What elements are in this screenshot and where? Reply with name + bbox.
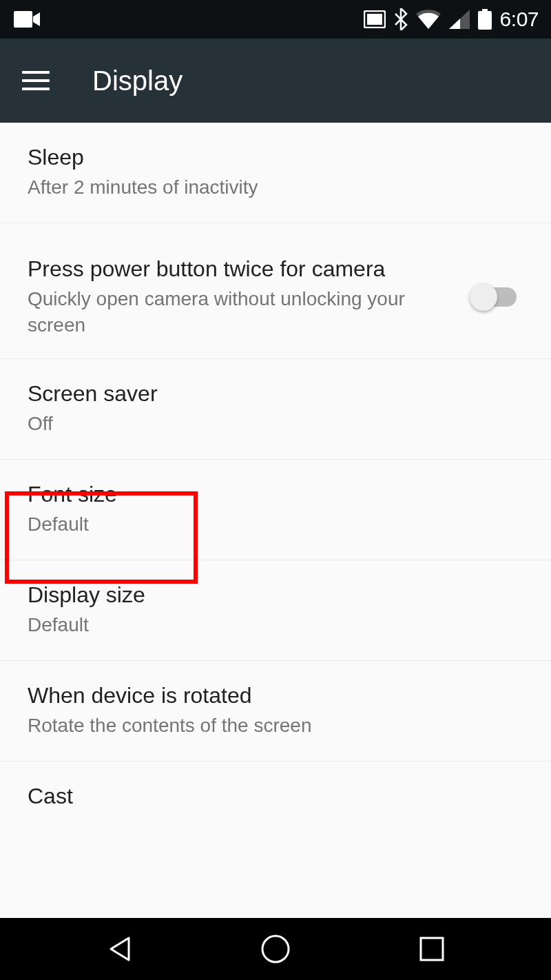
back-button[interactable]: [102, 932, 136, 966]
status-left: [14, 11, 40, 28]
toggle-switch[interactable]: [472, 287, 517, 307]
setting-screen-saver[interactable]: Screen saver Off: [0, 359, 551, 460]
setting-sleep[interactable]: Sleep After 2 minutes of inactivity: [0, 123, 551, 223]
settings-list: Sleep After 2 minutes of inactivity Pres…: [0, 123, 551, 841]
setting-title: Font size: [28, 482, 523, 507]
home-button[interactable]: [258, 932, 293, 966]
menu-icon[interactable]: [22, 71, 50, 90]
setting-rotation[interactable]: When device is rotated Rotate the conten…: [0, 661, 551, 762]
setting-title: Cast: [28, 784, 523, 809]
setting-title: When device is rotated: [28, 683, 523, 708]
recents-button[interactable]: [415, 932, 449, 966]
navigation-bar: [0, 918, 551, 980]
wifi-icon: [416, 10, 441, 29]
video-camera-icon: [14, 11, 40, 28]
setting-subtitle: Default: [28, 612, 523, 638]
setting-cast[interactable]: Cast: [0, 762, 551, 841]
svg-rect-0: [14, 11, 32, 28]
setting-title: Screen saver: [28, 381, 523, 407]
bluetooth-icon: [394, 8, 408, 30]
setting-subtitle: Off: [28, 411, 523, 437]
status-time: 6:07: [500, 8, 539, 31]
app-bar: Display: [0, 39, 551, 123]
cellular-signal-icon: [449, 10, 470, 29]
setting-title: Display size: [28, 582, 523, 608]
setting-font-size[interactable]: Font size Default: [0, 460, 551, 560]
svg-point-5: [262, 936, 289, 962]
svg-rect-6: [421, 938, 443, 960]
svg-rect-2: [367, 14, 382, 25]
svg-rect-4: [478, 11, 492, 30]
page-title: Display: [92, 65, 183, 96]
setting-title: Press power button twice for camera: [28, 256, 472, 282]
status-right: 6:07: [364, 8, 539, 31]
toggle-thumb: [470, 283, 497, 311]
battery-icon: [478, 9, 492, 30]
setting-subtitle: Default: [28, 511, 523, 538]
setting-subtitle: Quickly open camera without unlocking yo…: [28, 286, 413, 338]
setting-display-size[interactable]: Display size Default: [0, 560, 551, 661]
setting-title: Sleep: [28, 145, 523, 170]
setting-subtitle: After 2 minutes of inactivity: [28, 174, 523, 201]
setting-power-button-camera[interactable]: Press power button twice for camera Quic…: [0, 223, 551, 360]
cast-icon: [364, 10, 386, 28]
setting-subtitle: Rotate the contents of the screen: [28, 713, 523, 739]
status-bar: 6:07: [0, 0, 551, 39]
